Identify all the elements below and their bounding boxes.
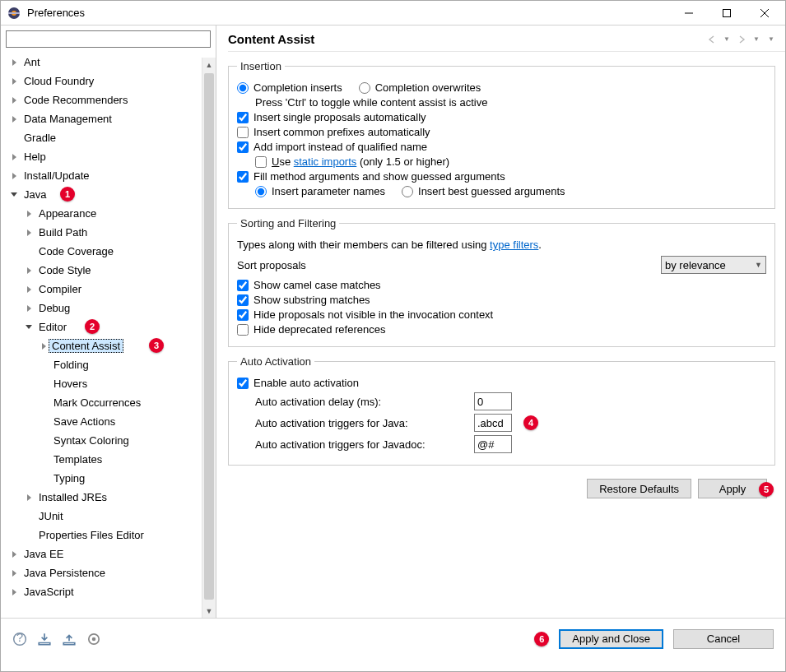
nav-forward-menu-icon[interactable]: ▼ <box>751 34 762 45</box>
sort-proposals-combo[interactable]: by relevance▼ <box>661 256 766 274</box>
help-icon[interactable]: ? <box>12 632 27 647</box>
chevron-right-icon[interactable] <box>7 548 21 561</box>
apply-and-close-button[interactable]: Apply and Close <box>559 629 663 649</box>
chevron-down-icon[interactable] <box>22 321 35 334</box>
chevron-down-icon[interactable] <box>7 188 21 202</box>
tree-item[interactable]: Data Management <box>2 109 216 128</box>
nav-back-menu-icon[interactable]: ▼ <box>721 34 733 45</box>
tree-item[interactable]: Code Coverage <box>2 242 216 261</box>
tree-item[interactable]: Build Path <box>2 223 216 242</box>
tree-scrollbar[interactable]: ▲ ▼ <box>202 58 216 618</box>
triggers-java-input[interactable] <box>474 414 512 432</box>
completion-inserts-radio[interactable] <box>237 82 249 94</box>
show-substring-label: Show substring matches <box>253 294 370 306</box>
window-close-button[interactable] <box>746 1 784 25</box>
tree-item[interactable]: Java Persistence <box>2 563 216 582</box>
tree-item[interactable]: Save Actions <box>2 412 216 431</box>
insert-common-checkbox[interactable] <box>237 127 249 138</box>
tree-item[interactable]: Ant <box>2 53 216 72</box>
tree-item[interactable]: Compiler <box>2 280 216 299</box>
tree-item[interactable]: Debug <box>2 299 216 317</box>
static-imports-link[interactable]: static imports <box>294 155 357 168</box>
tree-item[interactable]: Editor2 <box>2 317 216 336</box>
tree-item-label: Java Persistence <box>22 567 107 579</box>
tree-item[interactable]: JUnit <box>2 507 216 526</box>
hide-proposals-label: Hide proposals not visible in the invoca… <box>253 308 493 321</box>
tree-item[interactable]: Gradle <box>2 128 216 147</box>
chevron-right-icon[interactable] <box>22 207 35 220</box>
insert-single-checkbox[interactable] <box>237 112 249 123</box>
show-substring-checkbox[interactable] <box>237 294 249 306</box>
chevron-right-icon[interactable] <box>7 567 21 580</box>
cancel-button[interactable]: Cancel <box>673 629 774 649</box>
tree-item[interactable]: Templates <box>2 450 216 469</box>
fill-method-checkbox[interactable] <box>237 171 249 183</box>
insert-common-label: Insert common prefixes automatically <box>253 126 430 138</box>
tree-item[interactable]: JavaScript <box>2 582 216 601</box>
enable-auto-activation-checkbox[interactable] <box>237 378 249 389</box>
tree-item[interactable]: Syntax Coloring <box>2 431 216 450</box>
chevron-right-icon[interactable] <box>22 264 35 277</box>
tree-item[interactable]: Properties Files Editor <box>2 526 216 545</box>
tree-item[interactable]: Folding <box>2 355 216 374</box>
auto-delay-input[interactable] <box>474 392 512 410</box>
tree-item[interactable]: Content Assist3 <box>2 336 216 355</box>
filter-input[interactable] <box>6 30 211 48</box>
chevron-right-icon[interactable] <box>7 586 21 599</box>
tree-item[interactable]: Help <box>2 147 216 166</box>
insert-best-guessed-radio[interactable] <box>402 186 413 197</box>
app-icon <box>7 7 21 20</box>
preferences-tree-pane: AntCloud FoundryCode RecommendersData Ma… <box>1 25 216 618</box>
tree-item[interactable]: Hovers <box>2 374 216 393</box>
show-camel-checkbox[interactable] <box>237 280 249 291</box>
oomph-icon[interactable] <box>86 632 101 647</box>
hide-proposals-checkbox[interactable] <box>237 309 249 321</box>
restore-defaults-button[interactable]: Restore Defaults <box>587 479 691 498</box>
auto-activation-legend: Auto Activation <box>237 355 314 368</box>
sorting-group: Sorting and Filtering Types along with t… <box>228 217 775 347</box>
apply-button[interactable]: Apply5 <box>698 479 767 498</box>
chevron-right-icon[interactable] <box>22 226 35 239</box>
type-filters-link[interactable]: type filters <box>490 239 538 251</box>
use-static-imports-checkbox[interactable] <box>255 156 267 168</box>
add-import-checkbox[interactable] <box>237 141 249 153</box>
tree-item[interactable]: Install/Update <box>2 166 216 185</box>
tree-item[interactable]: Installed JREs <box>2 488 216 507</box>
tree-item[interactable]: Code Style <box>2 261 216 280</box>
tree-item-label: Code Recommenders <box>22 94 129 106</box>
tree-item[interactable]: Cloud Foundry <box>2 72 216 90</box>
tree-item[interactable]: Appearance <box>2 204 216 223</box>
chevron-right-icon[interactable] <box>7 56 21 69</box>
chevron-right-icon[interactable] <box>7 151 21 164</box>
tree-item[interactable]: Java1 <box>2 185 216 204</box>
triggers-javadoc-input[interactable] <box>474 435 512 453</box>
export-icon[interactable] <box>62 632 77 647</box>
chevron-right-icon[interactable] <box>7 169 21 183</box>
insert-single-label: Insert single proposals automatically <box>253 111 426 123</box>
svg-text:?: ? <box>16 632 23 644</box>
nav-forward-icon[interactable] <box>736 34 747 45</box>
preferences-tree[interactable]: AntCloud FoundryCode RecommendersData Ma… <box>1 53 216 601</box>
tree-item[interactable]: Mark Occurrences <box>2 393 216 412</box>
type-filters-hint: Types along with their members can be fi… <box>237 239 542 251</box>
chevron-right-icon[interactable] <box>22 283 35 296</box>
window-minimize-button[interactable] <box>670 1 708 25</box>
completion-overwrites-radio[interactable] <box>359 82 370 94</box>
chevron-right-icon[interactable] <box>7 75 21 88</box>
insert-param-names-radio[interactable] <box>255 186 267 197</box>
chevron-right-icon[interactable] <box>22 302 35 315</box>
page-menu-icon[interactable]: ▼ <box>765 34 777 45</box>
annotation-badge-3: 3 <box>149 338 164 353</box>
insertion-legend: Insertion <box>237 60 285 72</box>
chevron-right-icon[interactable] <box>22 491 35 504</box>
tree-item[interactable]: Code Recommenders <box>2 90 216 109</box>
chevron-right-icon[interactable] <box>7 94 21 107</box>
hide-deprecated-label: Hide deprecated references <box>253 323 385 336</box>
chevron-right-icon[interactable] <box>7 113 21 126</box>
nav-back-icon[interactable] <box>706 34 718 45</box>
import-icon[interactable] <box>37 632 52 647</box>
hide-deprecated-checkbox[interactable] <box>237 324 249 336</box>
tree-item[interactable]: Typing <box>2 469 216 488</box>
window-maximize-button[interactable] <box>708 1 746 25</box>
tree-item[interactable]: Java EE <box>2 545 216 563</box>
